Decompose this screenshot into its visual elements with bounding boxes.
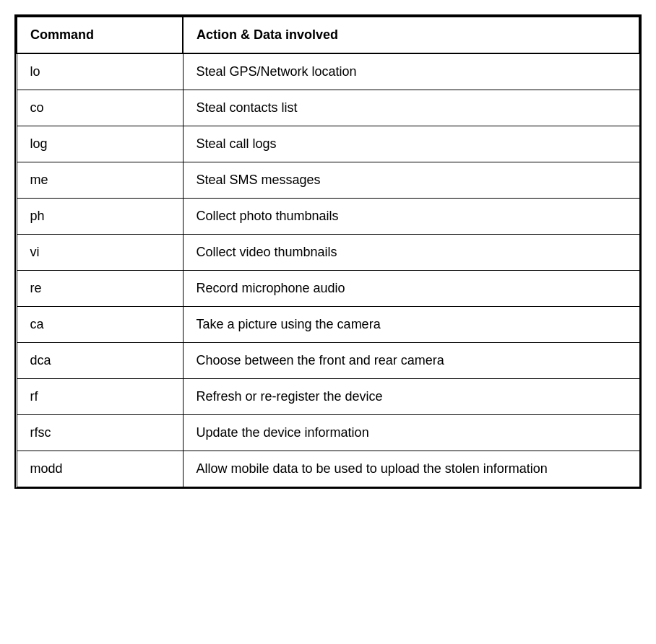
cell-command: dca [17,343,183,379]
cell-command: rf [17,379,183,415]
cell-action: Record microphone audio [183,271,639,307]
cell-action: Steal SMS messages [183,162,639,199]
table-row: reRecord microphone audio [17,271,639,307]
table-row: phCollect photo thumbnails [17,199,639,235]
cell-action: Collect photo thumbnails [183,199,639,235]
cell-action: Update the device information [183,415,639,451]
cell-action: Steal call logs [183,126,639,162]
cell-command: co [17,90,183,126]
cell-action: Collect video thumbnails [183,235,639,271]
cell-command: ca [17,307,183,343]
cell-action: Refresh or re-register the device [183,379,639,415]
table-row: loSteal GPS/Network location [17,53,639,90]
cell-command: me [17,162,183,199]
table-body: loSteal GPS/Network locationcoSteal cont… [17,53,639,487]
cell-action: Take a picture using the camera [183,307,639,343]
table-row: logSteal call logs [17,126,639,162]
table-row: caTake a picture using the camera [17,307,639,343]
table-row: meSteal SMS messages [17,162,639,199]
cell-command: modd [17,451,183,487]
table-header-row: Command Action & Data involved [17,17,639,53]
cell-action: Choose between the front and rear camera [183,343,639,379]
table-row: rfRefresh or re-register the device [17,379,639,415]
table-row: moddAllow mobile data to be used to uplo… [17,451,639,487]
header-command: Command [17,17,183,53]
cell-command: lo [17,53,183,90]
table-row: coSteal contacts list [17,90,639,126]
cell-command: re [17,271,183,307]
cell-command: log [17,126,183,162]
header-action: Action & Data involved [183,17,639,53]
cell-command: vi [17,235,183,271]
cell-action: Steal GPS/Network location [183,53,639,90]
command-table: Command Action & Data involved loSteal G… [16,16,640,487]
table-row: viCollect video thumbnails [17,235,639,271]
table-row: rfscUpdate the device information [17,415,639,451]
cell-action: Allow mobile data to be used to upload t… [183,451,639,487]
command-table-wrapper: Command Action & Data involved loSteal G… [14,14,642,489]
cell-action: Steal contacts list [183,90,639,126]
cell-command: ph [17,199,183,235]
cell-command: rfsc [17,415,183,451]
table-row: dcaChoose between the front and rear cam… [17,343,639,379]
